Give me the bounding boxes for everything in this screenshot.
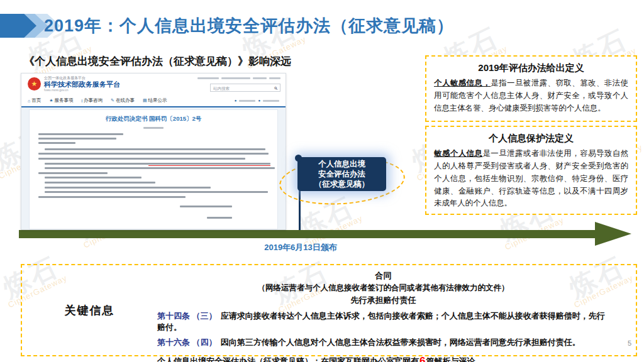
nav-item-2[interactable]: i办事咨询	[82, 97, 103, 104]
nav-icon: i	[82, 99, 83, 103]
nav-label: 办事咨询	[84, 97, 103, 104]
header-link[interactable]	[253, 77, 267, 79]
definition-text: 是一旦泄露或者非法使用，容易导致自然人的人格尊严受到侵害或者人身、财产安全受到危…	[434, 149, 628, 207]
timeline-arrow-shaft	[19, 230, 596, 238]
user-icon: ●	[258, 99, 260, 102]
badge-line: （征求意见稿）	[297, 179, 386, 189]
footer-count: 6	[419, 355, 426, 362]
timeline-arrow-head	[595, 222, 631, 246]
nav-label: 结果公示	[148, 97, 167, 104]
document-text-line	[45, 187, 211, 189]
user-icon: ●	[235, 99, 237, 102]
article-14: 第十四条 （三）应请求向接收者转达个人信息主体诉求，包括向接收者索赔；个人信息主…	[157, 310, 609, 333]
article-text: 因向第三方传输个人信息对个人信息主体合法权益带来损害时，网络运营者同意先行承担赔…	[221, 337, 580, 347]
document-text-line	[38, 133, 123, 135]
footer-em-post: 篇解析与评论	[426, 356, 475, 362]
liability-heading: 先行承担赔付责任	[157, 295, 609, 306]
header-link[interactable]	[269, 77, 280, 79]
document-text-line	[45, 148, 265, 150]
nav-item-1[interactable]: ★服务事项	[49, 97, 73, 104]
document-text-line	[38, 196, 186, 198]
header-links[interactable]	[197, 77, 280, 79]
timeline-connector-dot	[295, 155, 302, 162]
key-info-label: 关键信息	[22, 265, 157, 355]
footer-prefix: 个人信息出境安全评估办法（征求意见稿）：	[157, 356, 321, 362]
user-link[interactable]	[239, 100, 255, 102]
user-link[interactable]	[263, 100, 279, 102]
key-info-box: 关键信息 合同 （网络运营者与个人信息接收者签订的合同或者其他有法律效力的文件）…	[21, 264, 637, 356]
document-text-line	[45, 167, 275, 169]
definition-box-pipl: 个人信息保护法定义 敏感个人信息是一旦泄露或者非法使用，容易导致自然人的人格尊严…	[425, 126, 637, 215]
nav-label: 首页	[31, 97, 41, 104]
penalty-document-page: 行政处罚决定书 国科罚〔2015〕2号	[29, 109, 278, 229]
article-ref: 第十六条 （四）	[157, 337, 217, 347]
document-text-line	[45, 182, 155, 184]
document-signature-line	[207, 217, 232, 219]
contract-subheading: （网络运营者与个人信息接收者签订的合同或者其他有法律效力的文件）	[157, 283, 609, 293]
site-search-input[interactable]: 站内搜索 🔍︎	[210, 84, 280, 92]
document-text-line	[38, 142, 75, 144]
document-text-line	[45, 163, 270, 165]
nav-icon: ▤	[143, 98, 147, 103]
document-text-line	[38, 138, 116, 140]
document-text-line	[38, 153, 269, 155]
site-header: ★ 全国一体化政务服务平台 科学技术部政务服务平台 fuwu.most.gov.…	[21, 74, 286, 95]
timeline-date-label: 2019年6月13日颁布	[238, 242, 364, 253]
nav-item-3[interactable]: ✎在线办事	[111, 97, 135, 104]
definition-box-title: 2019年评估办法给出定义	[434, 62, 628, 74]
document-title: 行政处罚决定书 国科罚〔2015〕2号	[38, 115, 269, 123]
document-text-line	[38, 172, 108, 174]
milestone-badge: 个人信息出境 安全评估办法 （征求意见稿）	[297, 157, 386, 191]
nav-label: 服务事项	[55, 97, 74, 104]
site-url: fuwu.most.gov.cn	[44, 89, 120, 92]
slide: 炼石CipherGateway炼石CipherGateway炼石CipherGa…	[0, 0, 644, 362]
page-number: 5	[628, 339, 631, 347]
footer-em-pre: 在国家互联网办公室官网有	[321, 356, 419, 362]
footer-emphasis: 在国家互联网办公室官网有6篇解析与评论	[321, 356, 475, 362]
badge-line: 个人信息出境	[297, 159, 386, 169]
nav-user-links[interactable]: ●●	[235, 99, 279, 102]
nav-label: 在线办事	[116, 97, 135, 104]
nav-icon: ✎	[111, 98, 114, 103]
document-date-line	[143, 127, 164, 129]
platform-tagline: 全国一体化政务服务平台	[44, 76, 120, 80]
search-icon[interactable]: 🔍︎	[274, 84, 279, 92]
nav-icon: ★	[49, 98, 53, 103]
document-signature-lines	[38, 202, 269, 224]
site-navbar: ⌂首页★服务事项i办事咨询✎在线办事▤结果公示●●	[21, 95, 286, 107]
document-party-lines	[38, 133, 269, 144]
contract-heading: 合同	[157, 270, 609, 282]
definition-lead: 个人敏感信息，	[434, 79, 491, 87]
definition-box-body: 敏感个人信息是一旦泄露或者非法使用，容易导致自然人的人格尊严受到侵害或者人身、财…	[434, 148, 628, 210]
footer-suffix: 。	[475, 356, 483, 362]
article-ref: 第十四条 （三）	[157, 311, 217, 321]
page-title: 2019年：个人信息出境安全评估办法（征求意见稿）	[44, 14, 454, 37]
gov-website-screenshot: ★ 全国一体化政务服务平台 科学技术部政务服务平台 fuwu.most.gov.…	[21, 73, 286, 230]
badge-line: 安全评估办法	[297, 169, 386, 179]
document-text-line	[45, 177, 142, 178]
nav-item-4[interactable]: ▤结果公示	[143, 97, 167, 104]
nav-icon: ⌂	[28, 99, 30, 103]
red-underline-highlight	[148, 165, 270, 166]
header-link[interactable]	[221, 77, 250, 79]
national-emblem-icon: ★	[28, 77, 41, 90]
footer-note: 个人信息出境安全评估办法（征求意见稿）：在国家互联网办公室官网有6篇解析与评论。	[157, 355, 609, 362]
definition-lead: 敏感个人信息	[434, 149, 482, 158]
site-name: 科学技术部政务服务平台	[44, 80, 120, 89]
definition-box-body: 个人敏感信息，是指一旦被泄露、窃取、篡改、非法使用可能危害个人信息主体人身、财产…	[434, 77, 628, 115]
document-text-line	[38, 158, 245, 160]
document-text-line	[45, 191, 268, 193]
slide-subtitle: 《个人信息出境安全评估办法（征求意见稿）》影响深远	[24, 54, 291, 69]
key-info-content: 合同 （网络运营者与个人信息接收者签订的合同或者其他有法律效力的文件） 先行承担…	[157, 265, 636, 355]
definition-box-title: 个人信息保护法定义	[434, 133, 628, 145]
document-area: 行政处罚决定书 国科罚〔2015〕2号	[21, 107, 286, 229]
document-signature-line	[180, 206, 232, 207]
definition-box-2019: 2019年评估办法给出定义 个人敏感信息，是指一旦被泄露、窃取、篡改、非法使用可…	[425, 55, 637, 122]
site-identity: 全国一体化政务服务平台 科学技术部政务服务平台 fuwu.most.gov.cn	[44, 76, 120, 92]
article-16: 第十六条 （四）因向第三方传输个人信息对个人信息主体合法权益带来损害时，网络运营…	[157, 337, 609, 348]
header-link[interactable]	[197, 77, 219, 79]
nav-item-0[interactable]: ⌂首页	[28, 97, 41, 104]
document-body-lines	[38, 148, 269, 198]
article-text: 应请求向接收者转达个人信息主体诉求，包括向接收者索赔；个人信息主体不能从接收者获…	[157, 311, 605, 332]
